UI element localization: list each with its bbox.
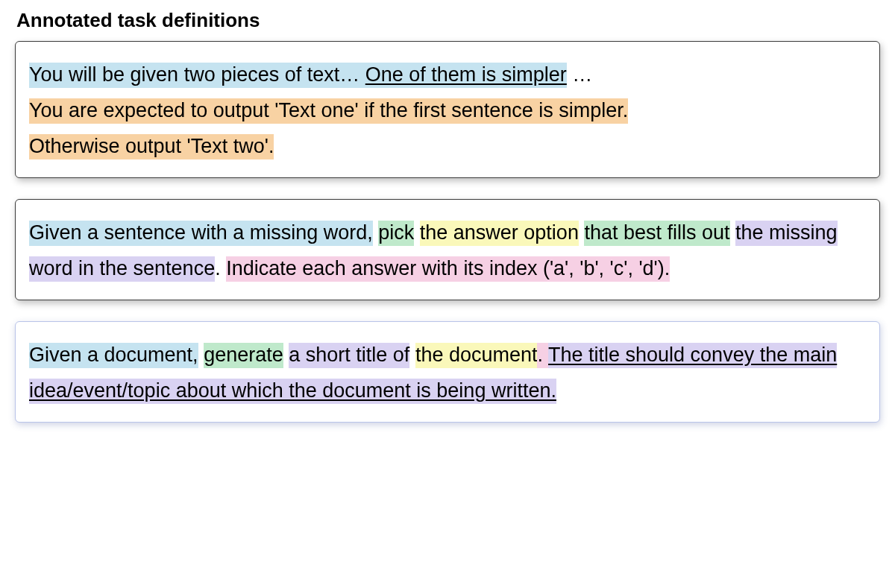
text-segment: that best fills out: [584, 221, 729, 246]
text-segment: Given a sentence with a missing word,: [29, 221, 373, 246]
text-segment: [414, 221, 420, 246]
text-segment: Given a document,: [29, 343, 198, 368]
task-card-2: Given a sentence with a missing word, pi…: [15, 199, 880, 300]
text-segment: …: [567, 63, 593, 88]
text-segment: [730, 221, 736, 246]
text-segment: the document: [415, 343, 538, 368]
task-text-1: You will be given two pieces of text… On…: [29, 57, 866, 164]
text-segment: .: [215, 256, 221, 282]
text-segment: You will be given two pieces of text…: [29, 63, 365, 88]
text-segment: pick: [378, 221, 414, 246]
task-card-3: Given a document, generate a short title…: [15, 321, 880, 423]
task-text-3: Given a document, generate a short title…: [29, 337, 866, 408]
text-segment: One of them is simpler: [365, 63, 567, 88]
text-segment: Otherwise output 'Text two'.: [29, 134, 274, 159]
text-segment: the answer option: [420, 221, 579, 246]
text-segment: You are expected to output 'Text one' if…: [29, 98, 628, 124]
text-segment: Indicate each answer with its index ('a'…: [226, 256, 670, 282]
text-segment: .: [537, 343, 548, 368]
text-segment: generate: [204, 343, 283, 368]
text-segment: [409, 343, 415, 368]
text-segment: a short title of: [289, 343, 409, 368]
task-text-2: Given a sentence with a missing word, pi…: [29, 215, 866, 286]
figure-heading: Annotated task definitions: [16, 9, 880, 32]
task-card-1: You will be given two pieces of text… On…: [15, 41, 880, 178]
